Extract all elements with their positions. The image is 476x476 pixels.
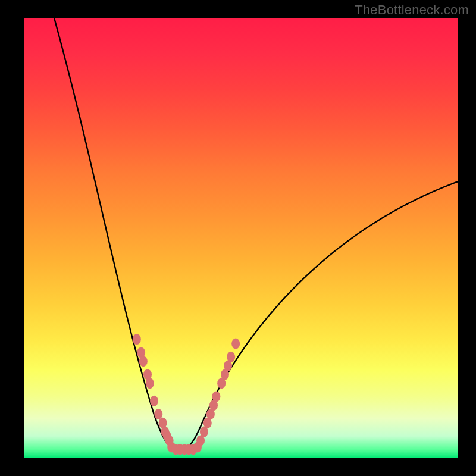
plot-area <box>24 18 458 458</box>
curve-marker <box>212 391 220 402</box>
chart-frame: TheBottleneck.com <box>0 0 476 476</box>
curve-marker <box>154 409 162 419</box>
curve-marker <box>227 352 235 362</box>
curve-layer <box>24 18 458 458</box>
curve-marker <box>146 378 154 389</box>
curve-marker <box>139 356 148 367</box>
watermark-text: TheBottleneck.com <box>355 2 469 18</box>
bottleneck-curve <box>54 18 458 450</box>
curve-marker <box>150 396 158 406</box>
curve-marker <box>133 334 141 345</box>
curve-marker <box>231 339 240 349</box>
